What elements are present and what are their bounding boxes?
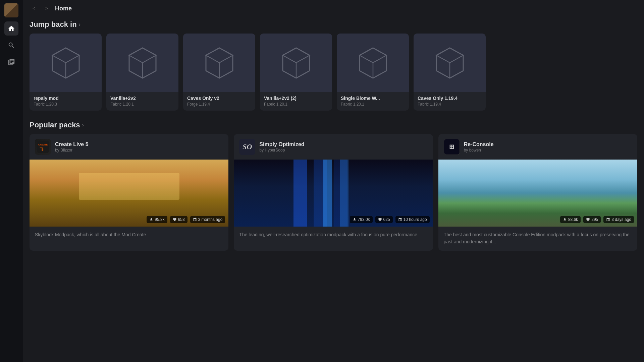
pack-stats: 88.6k 295 3 days ago <box>560 216 634 223</box>
cube-icon <box>276 43 316 83</box>
pack-author: by Blizzor <box>55 148 89 153</box>
jump-card-name: Caves Only v2 <box>187 96 251 101</box>
pack-card-header: ⊞ Re-Console by bowen <box>438 134 637 160</box>
popular-packs-title: Popular packs <box>30 121 80 129</box>
svg-marker-7 <box>206 48 233 63</box>
likes-stat: 295 <box>583 216 601 223</box>
pack-image: 88.6k 295 3 days ago <box>438 160 637 227</box>
page-title: Home <box>55 5 72 12</box>
jump-card-sub: Fabric 1.20.1 <box>110 102 174 107</box>
pack-description: Skyblock Modpack, which is all about the… <box>30 227 228 244</box>
sidebar-item-home[interactable] <box>4 21 18 36</box>
updated-stat: 10 hours ago <box>395 216 430 223</box>
back-button[interactable]: < <box>30 4 38 13</box>
updated-stat: 3 months ago <box>190 216 225 223</box>
jump-card-sub: Fabric 1.20.3 <box>34 102 98 107</box>
cube-icon <box>430 43 470 83</box>
download-stat: 793.0k <box>350 216 373 223</box>
jump-card[interactable]: Caves Only v2 Forge 1.19.4 <box>183 34 255 111</box>
jump-card-info: Vanilla+2v2 Fabric 1.20.1 <box>106 92 178 111</box>
pack-card-header: CREATELIVE5 Create Live 5 by Blizzor <box>30 134 228 160</box>
pack-author: by HyperSoop <box>259 148 304 153</box>
sidebar-item-search[interactable] <box>4 38 18 52</box>
svg-text:5: 5 <box>42 148 44 152</box>
download-stat: 88.6k <box>560 216 581 223</box>
sidebar-item-library[interactable] <box>4 55 18 69</box>
jump-card-sub: Fabric 1.20.1 <box>264 102 328 107</box>
popular-pack-card[interactable]: SO Simply Optimized by HyperSoop 793.0k … <box>234 134 433 251</box>
jump-card-name: Caves Only 1.19.4 <box>418 96 482 101</box>
pack-description: The best and most customizable Console E… <box>438 227 637 251</box>
main-content: < > Home Jump back in › repaly mod Fabri… <box>23 0 644 362</box>
jump-card-info: repaly mod Fabric 1.20.3 <box>30 92 102 111</box>
cube-icon <box>46 43 86 83</box>
svg-marker-13 <box>360 48 386 63</box>
pack-name: Create Live 5 <box>55 141 89 148</box>
jump-back-in-title: Jump back in <box>30 20 77 29</box>
pack-title-group: Re-Console by bowen <box>464 141 494 153</box>
header: < > Home <box>23 0 644 17</box>
pack-logo: ⊞ <box>444 139 460 155</box>
jump-card-sub: Fabric 1.20.1 <box>341 102 405 107</box>
popular-pack-card[interactable]: ⊞ Re-Console by bowen 88.6k 295 <box>438 134 637 251</box>
likes-stat: 653 <box>170 216 187 223</box>
popular-packs-section: Popular packs › CREATELIVE5 Create Live … <box>23 117 644 257</box>
jump-back-in-cards: repaly mod Fabric 1.20.3 Vanilla+2v2 Fab… <box>30 34 637 111</box>
jump-card[interactable]: repaly mod Fabric 1.20.3 <box>30 34 102 111</box>
svg-marker-4 <box>129 48 156 63</box>
cube-icon <box>199 43 239 83</box>
popular-pack-card[interactable]: CREATELIVE5 Create Live 5 by Blizzor 95.… <box>30 134 228 251</box>
jump-back-in-section: Jump back in › repaly mod Fabric 1.20.3 … <box>23 17 644 117</box>
jump-card[interactable]: Single Biome W... Fabric 1.20.1 <box>337 34 409 111</box>
cube-icon <box>353 43 393 83</box>
jump-card[interactable]: Vanilla+2v2 Fabric 1.20.1 <box>106 34 178 111</box>
jump-card-info: Caves Only v2 Forge 1.19.4 <box>183 92 255 111</box>
jump-card-name: Vanilla+2v2 <box>110 96 174 101</box>
jump-card-info: Single Biome W... Fabric 1.20.1 <box>337 92 409 111</box>
svg-marker-10 <box>283 48 310 63</box>
jump-card[interactable]: Vanilla+2v2 (2) Fabric 1.20.1 <box>260 34 332 111</box>
pack-stats: 793.0k 625 10 hours ago <box>350 216 430 223</box>
popular-packs-grid: CREATELIVE5 Create Live 5 by Blizzor 95.… <box>30 134 637 251</box>
jump-card-sub: Fabric 1.19.4 <box>418 102 482 107</box>
sidebar <box>0 0 23 362</box>
jump-card[interactable]: Caves Only 1.19.4 Fabric 1.19.4 <box>414 34 486 111</box>
jump-card-name: repaly mod <box>34 96 98 101</box>
jump-card-image <box>414 34 486 92</box>
section-header-jump: Jump back in › <box>30 20 637 29</box>
popular-packs-arrow[interactable]: › <box>82 122 84 128</box>
likes-stat: 625 <box>375 216 393 223</box>
pack-author: by bowen <box>464 148 494 153</box>
section-header-popular: Popular packs › <box>30 121 637 129</box>
download-stat: 95.8k <box>147 216 167 223</box>
pack-title-group: Create Live 5 by Blizzor <box>55 141 89 153</box>
jump-card-image <box>30 34 102 92</box>
avatar[interactable] <box>4 3 18 17</box>
jump-back-in-arrow[interactable]: › <box>79 21 80 27</box>
pack-name: Simply Optimized <box>259 141 304 148</box>
svg-marker-16 <box>436 48 463 63</box>
jump-card-name: Vanilla+2v2 (2) <box>264 96 328 101</box>
jump-card-image <box>337 34 409 92</box>
updated-stat: 3 days ago <box>603 216 634 223</box>
forward-button[interactable]: > <box>42 4 51 13</box>
pack-stats: 95.8k 653 3 months ago <box>147 216 225 223</box>
pack-logo: CREATELIVE5 <box>35 139 51 155</box>
pack-title-group: Simply Optimized by HyperSoop <box>259 141 304 153</box>
jump-card-info: Caves Only 1.19.4 Fabric 1.19.4 <box>414 92 486 111</box>
jump-card-name: Single Biome W... <box>341 96 405 101</box>
pack-description: The leading, well-researched optimizatio… <box>234 227 433 244</box>
pack-card-header: SO Simply Optimized by HyperSoop <box>234 134 433 160</box>
svg-marker-1 <box>52 48 79 63</box>
pack-image: 95.8k 653 3 months ago <box>30 160 228 227</box>
jump-card-image <box>106 34 178 92</box>
pack-name: Re-Console <box>464 141 494 148</box>
cube-icon <box>122 43 163 83</box>
jump-card-image <box>183 34 255 92</box>
jump-card-image <box>260 34 332 92</box>
pack-logo: SO <box>239 139 255 155</box>
svg-text:CREATE: CREATE <box>38 143 48 146</box>
jump-card-sub: Forge 1.19.4 <box>187 102 251 107</box>
jump-card-info: Vanilla+2v2 (2) Fabric 1.20.1 <box>260 92 332 111</box>
pack-image: 793.0k 625 10 hours ago <box>234 160 433 227</box>
